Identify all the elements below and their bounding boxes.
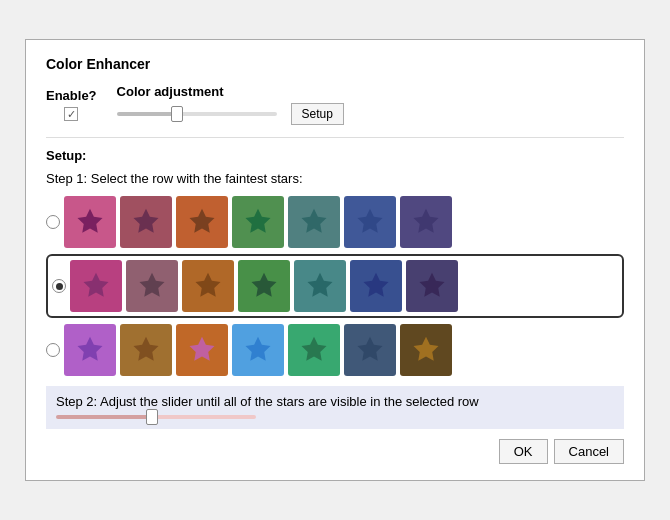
star-cell — [64, 324, 116, 376]
star-cell — [126, 260, 178, 312]
star-cell — [232, 324, 284, 376]
star-icon — [239, 331, 277, 369]
dialog-title: Color Enhancer — [46, 56, 624, 72]
star-icon — [295, 203, 333, 241]
star-icon — [295, 331, 333, 369]
star-cell — [176, 196, 228, 248]
star-icon — [407, 203, 445, 241]
ok-button[interactable]: OK — [499, 439, 548, 464]
star-icon — [77, 267, 115, 305]
bottom-buttons: OK Cancel — [46, 439, 624, 464]
star-cell — [350, 260, 402, 312]
adjustment-label: Color adjustment — [117, 84, 224, 99]
star-rows-container — [46, 196, 624, 376]
step2-label: Step 2: Adjust the slider until all of t… — [56, 394, 614, 409]
star-icon — [183, 331, 221, 369]
star-cell — [344, 324, 396, 376]
step2-slider[interactable] — [56, 415, 256, 419]
enable-checkbox[interactable]: ✓ — [64, 107, 78, 121]
star-icon — [71, 203, 109, 241]
star-icon — [133, 267, 171, 305]
setup-section: Setup: Step 1: Select the row with the f… — [46, 148, 624, 464]
star-icon — [357, 267, 395, 305]
star-icon — [189, 267, 227, 305]
step2-slider-row — [56, 415, 614, 419]
star-cell — [70, 260, 122, 312]
star-icon — [127, 203, 165, 241]
adjustment-column: Color adjustment Setup — [117, 84, 624, 125]
adjustment-slider[interactable] — [117, 112, 277, 116]
star-icon — [407, 331, 445, 369]
star-cell — [400, 324, 452, 376]
step1-label: Step 1: Select the row with the faintest… — [46, 171, 624, 186]
star-cell — [176, 324, 228, 376]
setup-heading: Setup: — [46, 148, 624, 163]
star-cell — [400, 196, 452, 248]
star-cell — [232, 196, 284, 248]
enable-label: Enable? — [46, 88, 97, 103]
star-cell — [344, 196, 396, 248]
star-icon — [183, 203, 221, 241]
star-cell — [120, 324, 172, 376]
star-cell — [294, 260, 346, 312]
star-icon — [127, 331, 165, 369]
top-controls-row: Enable? ✓ Color adjustment Setup — [46, 84, 624, 138]
star-icon — [351, 331, 389, 369]
star-row-2 — [46, 324, 624, 376]
setup-button[interactable]: Setup — [291, 103, 344, 125]
adjustment-slider-thumb[interactable] — [171, 106, 183, 122]
star-cells-row0 — [64, 196, 452, 248]
star-row-selected — [46, 254, 624, 318]
star-cell — [406, 260, 458, 312]
radio-button-row0[interactable] — [46, 215, 60, 229]
star-cell — [182, 260, 234, 312]
enable-column: Enable? ✓ — [46, 88, 97, 121]
radio-button-row2[interactable] — [46, 343, 60, 357]
step2-slider-thumb[interactable] — [146, 409, 158, 425]
adjustment-slider-row: Setup — [117, 103, 344, 125]
star-cell — [64, 196, 116, 248]
radio-button-row1[interactable] — [52, 279, 66, 293]
star-row-0 — [46, 196, 624, 248]
star-icon — [71, 331, 109, 369]
star-cells-row1 — [70, 260, 458, 312]
star-icon — [413, 267, 451, 305]
cancel-button[interactable]: Cancel — [554, 439, 624, 464]
star-icon — [351, 203, 389, 241]
star-cell — [288, 324, 340, 376]
star-cells-row2 — [64, 324, 452, 376]
star-cell — [120, 196, 172, 248]
star-icon — [301, 267, 339, 305]
step2-section: Step 2: Adjust the slider until all of t… — [46, 386, 624, 429]
star-icon — [239, 203, 277, 241]
star-icon — [245, 267, 283, 305]
star-cell — [238, 260, 290, 312]
star-cell — [288, 196, 340, 248]
color-enhancer-dialog: Color Enhancer Enable? ✓ Color adjustmen… — [25, 39, 645, 481]
